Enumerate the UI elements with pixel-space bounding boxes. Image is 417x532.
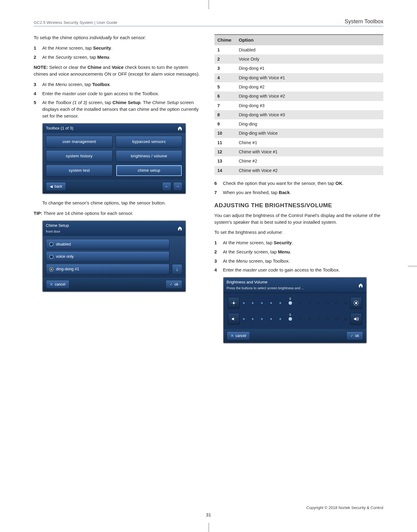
brightness-high-icon[interactable] xyxy=(350,297,362,309)
table-row: 11Chime #1 xyxy=(214,138,384,147)
slider-dot[interactable] xyxy=(326,302,329,304)
left-column: To setup the chime options individually … xyxy=(34,34,203,349)
ok-button[interactable]: ✓ok xyxy=(346,332,363,340)
check-icon: ✓ xyxy=(169,282,173,287)
slider-dot[interactable] xyxy=(243,302,245,304)
cell-chime-num: 1 xyxy=(214,45,236,54)
slider-dot[interactable] xyxy=(243,318,245,320)
back-button[interactable]: ◀ back xyxy=(46,182,66,191)
slider-dot[interactable] xyxy=(308,318,311,320)
chime-setup-title: Chime Setup xyxy=(46,223,69,229)
cell-chime-num: 3 xyxy=(214,64,236,73)
btn-bypassed-sensors[interactable]: bypassed sensors xyxy=(116,136,182,148)
home-icon[interactable] xyxy=(177,226,182,231)
content-columns: To setup the chime options individually … xyxy=(34,34,383,349)
cell-option: Ding-dong #2 xyxy=(236,82,384,92)
slider-dot[interactable] xyxy=(270,302,272,304)
bv-sub: Press the buttons to select screen brigh… xyxy=(227,286,304,291)
btn-brightness-volume[interactable]: brightness / volume xyxy=(116,150,182,162)
toolbox-body: user management bypassed sensors system … xyxy=(43,133,185,180)
chime-option-disabled[interactable]: disabled xyxy=(46,239,169,250)
slider-dot[interactable] xyxy=(326,318,329,320)
nav-arrows: ← → xyxy=(162,182,182,191)
volume-low-icon[interactable] xyxy=(228,313,240,325)
slider-dot[interactable]: 6 xyxy=(288,301,292,305)
table-row: 1Disabled xyxy=(214,45,384,54)
copyright: Copyright © 2018 Nortek Security & Contr… xyxy=(306,505,383,510)
slider-dot[interactable] xyxy=(279,302,281,304)
slider-dot[interactable] xyxy=(308,302,311,304)
page-header: GC2.5 Wireless Security System | User Gu… xyxy=(34,18,383,26)
step-item: 2At the Security screen, tap Menu. xyxy=(34,54,203,61)
intro-line: To setup the chime options individually … xyxy=(34,34,203,41)
svg-point-5 xyxy=(355,302,357,304)
slider-dot[interactable]: 6 xyxy=(288,317,292,321)
slider-dot[interactable] xyxy=(299,302,301,304)
cell-option: Ding-dong #1 xyxy=(236,64,384,73)
cell-chime-num: 14 xyxy=(214,166,236,175)
toolbox-header: Toolbox (1 of 3) xyxy=(43,124,185,133)
slider-dot[interactable] xyxy=(299,318,301,320)
next-page-button[interactable]: → xyxy=(173,182,182,191)
slider-dot[interactable] xyxy=(344,302,347,304)
cell-chime-num: 2 xyxy=(214,54,236,64)
arrow-down-icon: ↓ xyxy=(176,266,178,273)
slider-dot[interactable] xyxy=(251,302,254,304)
svg-line-12 xyxy=(354,304,355,305)
cell-option: Disabled xyxy=(236,45,384,54)
slider-dot[interactable] xyxy=(317,318,320,320)
cancel-button[interactable]: ✕cancel xyxy=(227,332,250,340)
slider-dot[interactable] xyxy=(317,302,320,304)
brightness-slider[interactable]: 6 xyxy=(228,297,362,309)
chime-setup-screenshot: Chime Setup front door disabled voice on… xyxy=(42,220,186,292)
volume-high-icon[interactable] xyxy=(350,313,362,325)
home-icon[interactable] xyxy=(358,283,363,288)
step-item: 7When you are finished, tap Back. xyxy=(214,189,384,196)
svg-line-11 xyxy=(357,304,358,305)
slider-value-label: 6 xyxy=(289,297,291,302)
slider-dot[interactable] xyxy=(336,302,338,304)
slider-dot[interactable] xyxy=(344,318,347,320)
slider-dot[interactable] xyxy=(279,318,281,320)
slider-dot[interactable] xyxy=(261,318,263,320)
btn-system-test[interactable]: system test xyxy=(46,165,113,177)
table-row: 2Voice Only xyxy=(214,54,384,64)
cell-option: Chime #1 xyxy=(236,138,384,147)
table-row: 6Ding-dong with Voice #2 xyxy=(214,92,384,101)
scroll-down-button[interactable]: ↓ xyxy=(172,264,182,275)
brightness-low-icon[interactable] xyxy=(228,297,240,309)
prev-page-button[interactable]: ← xyxy=(162,182,171,191)
cell-option: Chime #2 xyxy=(236,156,384,166)
footer: 31 xyxy=(0,512,417,517)
slider-dot[interactable] xyxy=(270,318,272,320)
note: NOTE: Select or clear the Chime and Voic… xyxy=(34,64,203,77)
radio-icon xyxy=(49,242,54,246)
btn-chime-setup[interactable]: chime setup xyxy=(116,165,182,177)
table-row: 8Ding-dong with Voice #3 xyxy=(214,110,384,119)
slider-dot[interactable] xyxy=(261,302,263,304)
btn-user-management[interactable]: user management xyxy=(46,136,113,148)
btn-system-history[interactable]: system history xyxy=(46,150,113,162)
ok-button[interactable]: ✓ok xyxy=(166,280,182,289)
volume-slider[interactable]: 6 xyxy=(228,313,362,325)
step-item: 4Enter the master user code to gain acce… xyxy=(214,267,384,273)
slider-dot[interactable] xyxy=(336,318,338,320)
table-row: 7Ding-dong #3 xyxy=(214,101,384,110)
bv-screenshot: Brightness and Volume Press the buttons … xyxy=(223,277,367,343)
chime-option-voice-only[interactable]: voice only xyxy=(46,251,169,262)
slider-dot[interactable] xyxy=(251,318,254,320)
home-icon[interactable] xyxy=(177,126,182,131)
chime-setup-sub: front door xyxy=(46,229,69,234)
table-row: 3Ding-dong #1 xyxy=(214,64,384,73)
slider-value-label: 6 xyxy=(289,313,291,317)
step-item: 3At the Menu screen, tap Toolbox. xyxy=(214,258,384,264)
step-item: 4Enter the master user code to gain acce… xyxy=(34,90,203,97)
cancel-button[interactable]: ✕cancel xyxy=(46,280,69,289)
chime-option-ding-dong-1[interactable]: ding-dong #1 xyxy=(46,264,169,275)
page-number: 31 xyxy=(206,512,211,517)
radio-icon xyxy=(49,255,54,259)
bv-para: You can adjust the brightness of the Con… xyxy=(214,212,384,226)
step-item: 2At the Security screen, tap Menu. xyxy=(214,249,384,255)
cell-chime-num: 11 xyxy=(214,138,236,147)
svg-line-13 xyxy=(357,301,358,302)
